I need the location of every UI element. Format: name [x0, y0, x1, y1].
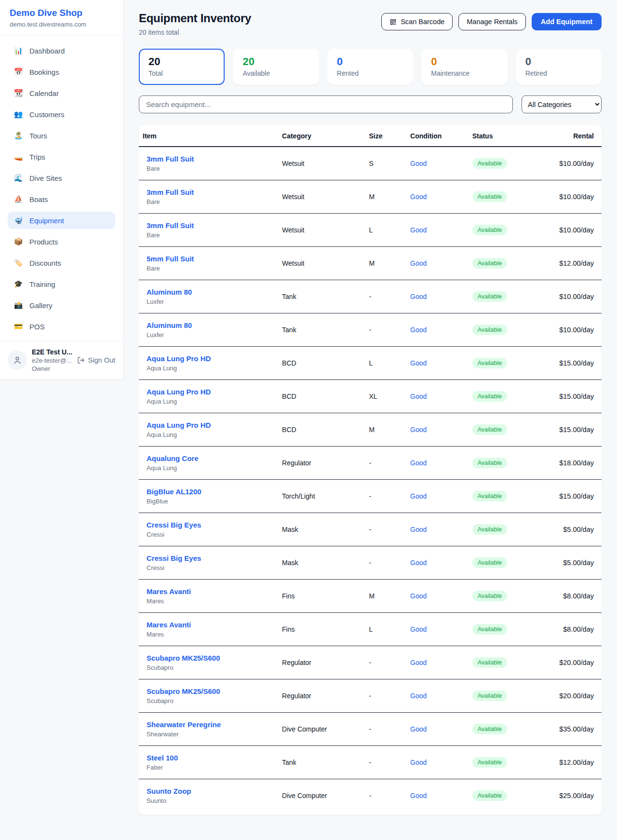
item-rental-price: $12.00/day [555, 746, 602, 779]
item-name-link[interactable]: Mares Avanti [147, 587, 274, 596]
page-title: Equipment Inventory [139, 12, 251, 25]
add-equipment-button[interactable]: Add Equipment [532, 13, 602, 30]
item-condition-link[interactable]: Good [410, 359, 427, 367]
stat-card-available[interactable]: 20 Available [233, 49, 319, 85]
item-condition-link[interactable]: Good [410, 759, 427, 766]
item-condition-link[interactable]: Good [410, 226, 427, 234]
item-condition-link[interactable]: Good [410, 492, 427, 500]
item-name-link[interactable]: Aqua Lung Pro HD [147, 421, 274, 429]
sidebar-item-equipment[interactable]: 🤿 Equipment [8, 212, 115, 229]
item-condition-link[interactable]: Good [410, 259, 427, 267]
item-condition-link[interactable]: Good [410, 393, 427, 400]
item-size: - [365, 513, 407, 546]
item-name-link[interactable]: Cressi Big Eyes [147, 521, 274, 529]
item-name-link[interactable]: 3mm Full Suit [147, 155, 274, 163]
item-category: Fins [278, 613, 365, 646]
scan-barcode-label: Scan Barcode [401, 18, 444, 26]
sidebar-item-label: Customers [29, 110, 65, 119]
item-name-link[interactable]: Steel 100 [147, 754, 274, 762]
item-name-link[interactable]: BigBlue AL1200 [147, 488, 274, 496]
sidebar-item-training[interactable]: 🎓 Training [8, 275, 115, 293]
item-condition-link[interactable]: Good [410, 326, 427, 334]
item-condition-link[interactable]: Good [410, 526, 427, 533]
item-name-link[interactable]: Suunto Zoop [147, 787, 274, 795]
status-badge: Available [472, 724, 508, 734]
stat-card-retired[interactable]: 0 Retired [516, 49, 602, 85]
sidebar-item-discounts[interactable]: 🏷️ Discounts [8, 254, 115, 271]
item-category: Wetsuit [278, 147, 365, 180]
sidebar-item-customers[interactable]: 👥 Customers [8, 106, 115, 123]
item-condition-link[interactable]: Good [410, 293, 427, 300]
item-condition-link[interactable]: Good [410, 659, 427, 666]
item-name-link[interactable]: Aqua Lung Pro HD [147, 388, 274, 396]
item-category: Fins [278, 580, 365, 613]
sidebar-item-dashboard[interactable]: 📊 Dashboard [8, 42, 115, 59]
item-category: BCD [278, 380, 365, 413]
item-size: M [365, 580, 407, 613]
item-name-link[interactable]: Aqua Lung Pro HD [147, 354, 274, 363]
status-badge: Available [472, 424, 508, 435]
item-rental-price: $10.00/day [555, 313, 602, 347]
sidebar-item-bookings[interactable]: 📅 Bookings [8, 63, 115, 81]
item-name-link[interactable]: 5mm Full Suit [147, 255, 274, 263]
sidebar-item-dive-sites[interactable]: 🌊 Dive Sites [8, 169, 115, 187]
table-body: 3mm Full Suit Bare Wetsuit S Good Availa… [139, 147, 602, 812]
item-size: - [365, 646, 407, 679]
item-rental-price: $10.00/day [555, 147, 602, 180]
sidebar-item-boats[interactable]: ⛵ Boats [8, 190, 115, 208]
item-name-link[interactable]: Scubapro MK25/S600 [147, 654, 274, 662]
stats-row: 20 Total 20 Available 0 Rented 0 Mainten… [139, 49, 602, 85]
item-size: L [365, 214, 407, 247]
item-category: BCD [278, 413, 365, 447]
item-rental-price: $12.00/day [555, 247, 602, 280]
item-condition-link[interactable]: Good [410, 625, 427, 633]
item-name-link[interactable]: 3mm Full Suit [147, 188, 274, 196]
sidebar-item-label: Discounts [29, 259, 61, 267]
item-name-link[interactable]: Aluminum 80 [147, 288, 274, 296]
item-name-link[interactable]: Scubapro MK25/S600 [147, 687, 274, 695]
sidebar-item-pos[interactable]: 💳 POS [8, 318, 115, 335]
item-name-link[interactable]: Aqualung Core [147, 454, 274, 462]
palm-island-icon: 🏝️ [13, 131, 23, 140]
equipment-table-card: Item Category Size Condition Status Rent… [139, 125, 602, 815]
user-name: E2E Test U... [32, 348, 72, 356]
item-name-link[interactable]: Aluminum 80 [147, 321, 274, 329]
category-select[interactable]: All Categories [522, 95, 602, 113]
table-row: Cressi Big Eyes Cressi Mask - Good Avail… [139, 513, 602, 546]
item-condition-link[interactable]: Good [410, 725, 427, 733]
brand-name[interactable]: Demo Dive Shop [10, 8, 113, 18]
stat-card-rented[interactable]: 0 Rented [327, 49, 413, 85]
sidebar-item-trips[interactable]: 🚤 Trips [8, 148, 115, 165]
sidebar-item-products[interactable]: 📦 Products [8, 233, 115, 250]
status-badge: Available [472, 691, 508, 701]
sidebar-item-label: Tours [29, 132, 47, 140]
column-header-size: Size [365, 125, 407, 147]
user-section: E2E Test U... e2e-tester@... Owner Sign … [0, 341, 123, 379]
item-condition-link[interactable]: Good [410, 160, 427, 167]
item-condition-link[interactable]: Good [410, 592, 427, 600]
sidebar-item-gallery[interactable]: 📸 Gallery [8, 297, 115, 314]
item-rental-price: $20.00/day [555, 679, 602, 713]
stat-card-maintenance[interactable]: 0 Maintenance [421, 49, 507, 85]
item-condition-link[interactable]: Good [410, 459, 427, 467]
item-brand: Mares [147, 597, 274, 605]
sidebar-item-label: Boats [29, 195, 48, 203]
scan-barcode-button[interactable]: Scan Barcode [381, 13, 453, 30]
sidebar-item-calendar[interactable]: 📆 Calendar [8, 84, 115, 102]
sidebar-item-tours[interactable]: 🏝️ Tours [8, 127, 115, 144]
item-condition-link[interactable]: Good [410, 559, 427, 567]
manage-rentals-button[interactable]: Manage Rentals [458, 13, 526, 30]
item-name-link[interactable]: Mares Avanti [147, 621, 274, 629]
speedboat-icon: 🚤 [13, 152, 23, 161]
sign-out-button[interactable]: Sign Out [77, 356, 115, 364]
item-condition-link[interactable]: Good [410, 692, 427, 700]
item-condition-link[interactable]: Good [410, 426, 427, 434]
item-condition-link[interactable]: Good [410, 792, 427, 799]
item-name-link[interactable]: 3mm Full Suit [147, 221, 274, 230]
stat-card-total[interactable]: 20 Total [139, 49, 225, 85]
item-name-link[interactable]: Cressi Big Eyes [147, 554, 274, 562]
item-condition-link[interactable]: Good [410, 193, 427, 201]
item-name-link[interactable]: Shearwater Peregrine [147, 720, 274, 729]
search-input[interactable] [139, 95, 513, 113]
item-brand: Faber [147, 764, 274, 771]
